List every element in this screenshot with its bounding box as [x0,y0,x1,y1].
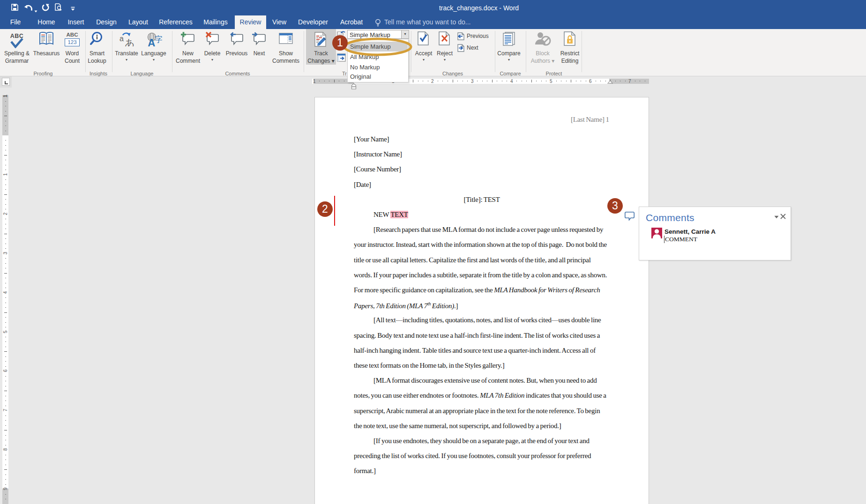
svg-text:あ: あ [125,37,135,46]
svg-text:a: a [119,35,124,43]
svg-text:字: 字 [155,35,162,44]
